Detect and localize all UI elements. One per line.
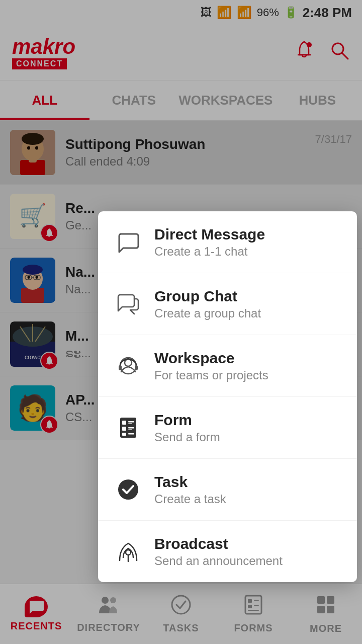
group-chat-text: Group Chat Create a group chat [154, 287, 261, 320]
svg-rect-44 [122, 433, 126, 436]
task-title: Task [154, 473, 226, 491]
form-menu-item[interactable]: Form Send a form [98, 397, 357, 459]
svg-rect-41 [122, 427, 126, 431]
svg-point-34 [125, 359, 132, 366]
svg-rect-38 [122, 421, 126, 425]
svg-rect-43 [128, 429, 132, 430]
broadcast-title: Broadcast [154, 535, 283, 553]
speech-group-icon [114, 290, 142, 318]
form-icon [114, 414, 142, 442]
group-chat-title: Group Chat [154, 287, 261, 305]
workspace-title: Workspace [154, 349, 268, 367]
svg-rect-40 [128, 423, 132, 424]
task-menu-item[interactable]: Task Create a task [98, 459, 357, 521]
broadcast-text: Broadcast Send an announcement [154, 535, 283, 568]
task-icon [114, 475, 142, 504]
broadcast-menu-item[interactable]: Broadcast Send an announcement [98, 521, 357, 582]
form-text: Form Send a form [154, 411, 220, 444]
form-subtitle: Send a form [154, 430, 220, 444]
broadcast-subtitle: Send an announcement [154, 554, 283, 568]
svg-rect-42 [128, 427, 134, 429]
task-text: Task Create a task [154, 473, 226, 506]
svg-rect-35 [119, 365, 122, 370]
svg-point-46 [118, 479, 138, 500]
svg-rect-45 [128, 433, 134, 435]
workspace-subtitle: For teams or projects [154, 368, 268, 382]
create-menu-popup: Direct Message Create a 1-1 chat Group C… [98, 211, 357, 582]
svg-point-47 [126, 550, 131, 555]
direct-message-subtitle: Create a 1-1 chat [154, 245, 265, 259]
group-chat-subtitle: Create a group chat [154, 306, 261, 320]
form-title: Form [154, 411, 220, 429]
svg-rect-39 [128, 421, 134, 423]
direct-message-text: Direct Message Create a 1-1 chat [154, 225, 265, 259]
headset-icon [114, 352, 142, 380]
speech-single-icon [114, 228, 142, 256]
svg-rect-36 [135, 365, 138, 370]
direct-message-title: Direct Message [154, 225, 265, 244]
workspace-text: Workspace For teams or projects [154, 349, 268, 382]
workspace-menu-item[interactable]: Workspace For teams or projects [98, 335, 357, 397]
group-chat-menu-item[interactable]: Group Chat Create a group chat [98, 273, 357, 335]
task-subtitle: Create a task [154, 492, 226, 506]
direct-message-menu-item[interactable]: Direct Message Create a 1-1 chat [98, 211, 357, 273]
broadcast-icon [114, 537, 142, 566]
